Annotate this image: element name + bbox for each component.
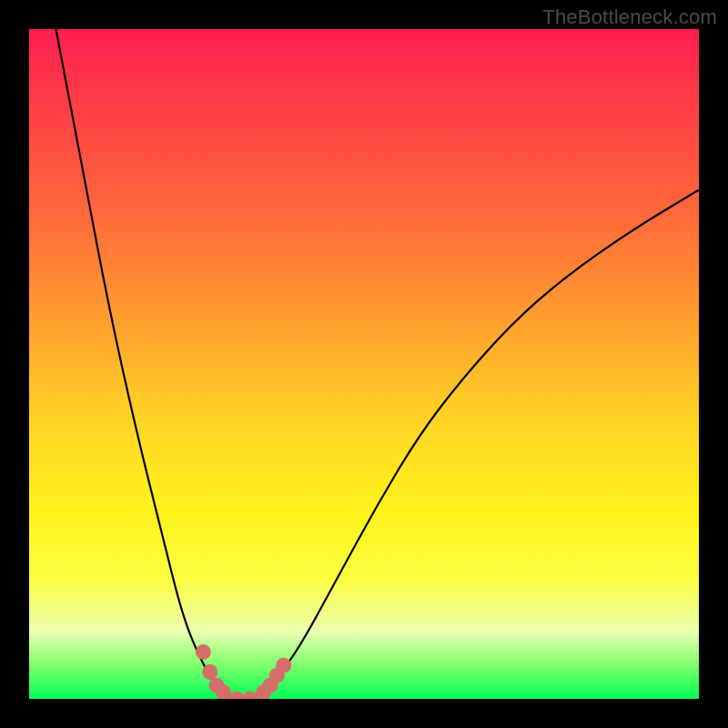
plot-area: [29, 29, 699, 699]
background-gradient: [29, 29, 699, 699]
chart-frame: TheBottleneck.com: [0, 0, 728, 728]
watermark-text: TheBottleneck.com: [542, 5, 717, 29]
